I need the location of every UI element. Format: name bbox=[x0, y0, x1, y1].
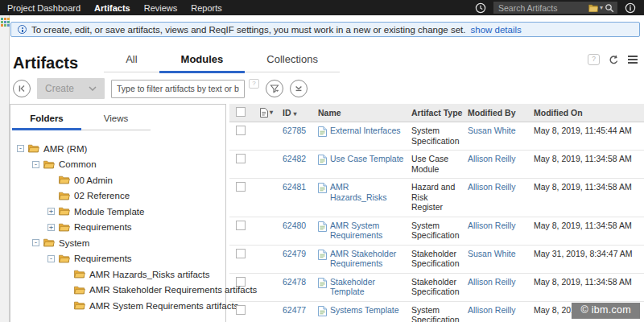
folder-tree-item[interactable]: - AMR (RM) bbox=[10, 141, 225, 157]
sidebar-tab[interactable]: Folders bbox=[12, 110, 81, 130]
folder-tree: - AMR (RM) - Common 00 Admin 02 Referenc… bbox=[10, 141, 225, 314]
table-row[interactable]: 62481 AMR Hazards_Risks Hazard and Risk … bbox=[229, 179, 644, 217]
row-checkbox[interactable] bbox=[236, 249, 246, 258]
modified-by-link[interactable]: Susan White bbox=[468, 249, 516, 258]
create-caret-icon bbox=[89, 86, 97, 91]
modified-by-link[interactable]: Allison Reilly bbox=[468, 221, 516, 230]
nav-item[interactable]: Project Dashboard bbox=[7, 3, 80, 13]
banner-info-icon bbox=[18, 25, 27, 34]
folder-icon bbox=[59, 223, 70, 232]
tree-expander-icon[interactable]: + bbox=[47, 224, 55, 231]
artifact-name-link[interactable]: Stakeholder Template bbox=[330, 277, 405, 297]
artifact-id-link[interactable]: 62480 bbox=[283, 221, 306, 230]
folder-tree-item[interactable]: AMR Hazards_Risks artifacts bbox=[10, 266, 225, 283]
artifact-format-column-icon[interactable]: ▾ bbox=[257, 104, 279, 122]
row-checkbox[interactable] bbox=[236, 182, 246, 192]
artifact-name-link[interactable]: Systems Template bbox=[330, 305, 399, 316]
artifact-name-link[interactable]: External Interfaces bbox=[330, 126, 401, 136]
column-header-artifact-type[interactable]: Artifact Type bbox=[408, 104, 464, 122]
artifact-name-link[interactable]: Use Case Template bbox=[330, 154, 403, 164]
folder-tree-item[interactable]: + Module Template bbox=[10, 204, 225, 220]
folder-tree-item[interactable]: - Common bbox=[10, 157, 225, 173]
folder-icon bbox=[59, 254, 70, 263]
folder-tree-item[interactable]: AMR Stakeholder Requirements artifacts bbox=[10, 283, 225, 299]
table-row[interactable]: 62480 AMR System Requirements System Spe… bbox=[229, 217, 644, 245]
filter-input[interactable] bbox=[111, 80, 245, 98]
artifact-id-link[interactable]: 62477 bbox=[283, 305, 306, 315]
tree-expander-icon[interactable]: - bbox=[32, 239, 39, 246]
history-icon[interactable] bbox=[475, 2, 486, 14]
artifact-id-link[interactable]: 62482 bbox=[283, 154, 306, 163]
artifact-id-link[interactable]: 62478 bbox=[283, 277, 306, 287]
artifact-type: System Specification bbox=[408, 217, 464, 245]
row-checkbox[interactable] bbox=[236, 126, 246, 135]
filter-help-icon[interactable]: ? bbox=[249, 79, 259, 89]
page-title: Artifacts bbox=[13, 53, 78, 72]
refresh-icon[interactable] bbox=[609, 55, 619, 65]
row-format-cell bbox=[257, 273, 279, 301]
modified-by-link[interactable]: Allison Reilly bbox=[468, 277, 516, 287]
tree-expander-icon[interactable]: - bbox=[47, 255, 55, 262]
column-header-modified-by[interactable]: Modified By bbox=[464, 104, 530, 122]
modified-by-link[interactable]: Susan White bbox=[468, 126, 516, 135]
tree-expander-icon[interactable]: - bbox=[17, 145, 24, 152]
artifact-id-link[interactable]: 62785 bbox=[283, 126, 306, 135]
modified-on: May 8, 2019, 11:45:44 AM bbox=[530, 122, 638, 151]
artifact-doc-icon bbox=[318, 278, 327, 288]
artifact-tab[interactable]: All bbox=[104, 48, 159, 73]
folder-tree-item[interactable]: 02 Reference bbox=[10, 188, 225, 204]
view-menu-icon[interactable] bbox=[628, 56, 638, 64]
help-icon[interactable]: ? bbox=[588, 54, 600, 65]
modified-by-link[interactable]: Allison Reilly bbox=[468, 305, 516, 315]
row-format-cell bbox=[257, 245, 279, 273]
tree-expander-icon[interactable]: - bbox=[32, 161, 39, 168]
collapse-all-icon[interactable] bbox=[290, 80, 308, 97]
nav-item[interactable]: Artifacts bbox=[94, 3, 130, 13]
row-spacer bbox=[638, 151, 644, 179]
create-button[interactable]: Create bbox=[37, 78, 105, 99]
artifact-name-link[interactable]: AMR Hazards_Risks bbox=[330, 182, 405, 202]
row-format-cell bbox=[257, 301, 279, 322]
artifact-id-link[interactable]: 62479 bbox=[283, 249, 306, 258]
folder-tree-item[interactable]: - System bbox=[10, 235, 225, 251]
row-checkbox[interactable] bbox=[236, 277, 246, 287]
table-row[interactable]: 62479 AMR Stakeholder Requirements Stake… bbox=[229, 245, 644, 273]
tree-expander-icon[interactable]: + bbox=[47, 208, 55, 215]
table-row[interactable]: 62785 External Interfaces System Specifi… bbox=[229, 122, 644, 151]
modified-by-link[interactable]: Allison Reilly bbox=[468, 154, 516, 163]
show-details-link[interactable]: show details bbox=[470, 25, 521, 35]
filter-options-icon[interactable] bbox=[266, 80, 283, 97]
folder-tree-item[interactable]: - Requirements bbox=[10, 251, 225, 267]
info-icon[interactable] bbox=[625, 2, 636, 14]
artifact-doc-icon bbox=[318, 250, 327, 260]
search-scope-folder-icon[interactable] bbox=[588, 2, 598, 14]
select-all-checkbox[interactable] bbox=[236, 107, 246, 117]
column-header-modified-on[interactable]: Modified On bbox=[530, 104, 638, 122]
column-header-id[interactable]: ID▾ bbox=[279, 104, 315, 122]
nav-item[interactable]: Reports bbox=[191, 3, 222, 13]
row-checkbox[interactable] bbox=[236, 221, 246, 230]
modified-by-link[interactable]: Allison Reilly bbox=[468, 182, 516, 192]
app-grid-icon[interactable] bbox=[1, 18, 8, 27]
nav-item[interactable]: Reviews bbox=[144, 3, 178, 13]
artifact-tabs: AllModulesCollections bbox=[104, 48, 340, 72]
folder-tree-item[interactable]: AMR System Requirements artifacts bbox=[10, 298, 225, 314]
search-icon[interactable] bbox=[605, 2, 614, 14]
artifact-id-link[interactable]: 62481 bbox=[283, 182, 306, 192]
row-checkbox[interactable] bbox=[236, 154, 246, 163]
artifact-name-link[interactable]: AMR Stakeholder Requirements bbox=[330, 249, 405, 269]
folder-tree-item[interactable]: + Requirements bbox=[10, 220, 225, 236]
artifact-name-link[interactable]: AMR System Requirements bbox=[330, 221, 405, 241]
artifact-tab[interactable]: Collections bbox=[245, 48, 340, 73]
scope-caret-icon[interactable]: ▾ bbox=[600, 4, 603, 11]
table-row[interactable]: 62478 Stakeholder Template Stakeholder S… bbox=[229, 273, 644, 301]
folder-tree-item[interactable]: 00 Admin bbox=[10, 172, 225, 188]
artifact-tab[interactable]: Modules bbox=[159, 48, 246, 73]
collapse-sidebar-button[interactable] bbox=[13, 80, 31, 97]
column-header-name[interactable]: Name bbox=[315, 104, 408, 122]
banner-message: To create, edit, or save artifacts, view… bbox=[31, 25, 465, 35]
search-input[interactable] bbox=[497, 2, 588, 14]
row-checkbox[interactable] bbox=[236, 305, 246, 315]
sidebar-tab[interactable]: Views bbox=[81, 110, 151, 130]
table-row[interactable]: 62482 Use Case Template Use Case Module … bbox=[229, 151, 644, 179]
